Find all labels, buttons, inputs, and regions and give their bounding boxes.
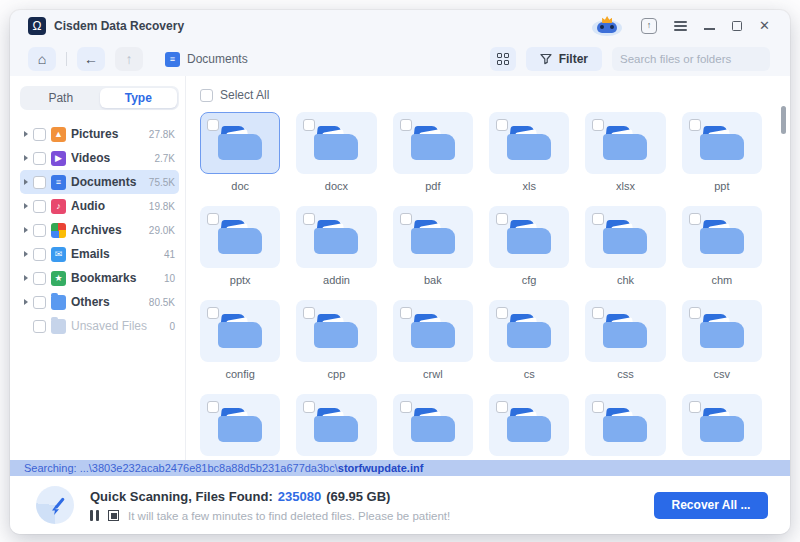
sidebar-item-checkbox[interactable] (33, 128, 46, 141)
sidebar-item[interactable]: ♪ Audio 19.8K (20, 194, 179, 218)
tab-path[interactable]: Path (22, 88, 100, 108)
folder-tile[interactable]: pdf (393, 112, 473, 194)
searching-path: Searching: ...\3803e232acab2476e81bc8a88… (24, 462, 338, 474)
sidebar-item[interactable]: Others 80.5K (20, 290, 179, 314)
documents-breadcrumb-icon: ≡ (165, 52, 180, 67)
documents-icon: ≡ (51, 175, 66, 190)
breadcrumb-label: Documents (187, 52, 248, 66)
sidebar-item-checkbox[interactable] (33, 176, 46, 189)
folder-tile[interactable]: cfg (489, 206, 569, 288)
folder-tile[interactable] (296, 394, 376, 460)
upgrade-icon[interactable] (590, 14, 624, 38)
folder-tile[interactable]: cpp (296, 300, 376, 382)
pictures-icon: ▲ (51, 127, 66, 142)
stop-button[interactable] (108, 510, 119, 521)
sidebar-item-count: 10 (164, 273, 175, 284)
folder-icon (507, 126, 551, 160)
folder-tile[interactable]: css (585, 300, 665, 382)
filter-button[interactable]: Filter (526, 47, 602, 71)
sidebar-item-count: 2.7K (154, 153, 175, 164)
sidebar-item-label: Emails (71, 247, 159, 261)
sidebar-item[interactable]: ≡ Documents 75.5K (20, 170, 179, 194)
folder-tile[interactable]: doc (200, 112, 280, 194)
sidebar-item-checkbox[interactable] (33, 320, 46, 333)
expand-arrow-icon[interactable] (24, 155, 28, 161)
folder-tile[interactable] (393, 394, 473, 460)
expand-arrow-icon[interactable] (24, 251, 28, 257)
main-panel: Select All doc docx pdf (186, 76, 790, 460)
folder-tile[interactable]: chm (682, 206, 762, 288)
recover-all-button[interactable]: Recover All ... (654, 492, 768, 519)
expand-arrow-icon[interactable] (24, 203, 28, 209)
folder-tile[interactable]: xlsx (585, 112, 665, 194)
close-button[interactable]: ✕ (759, 19, 770, 33)
share-button[interactable] (641, 18, 657, 34)
folder-tile[interactable]: config (200, 300, 280, 382)
folder-tile[interactable]: ppt (682, 112, 762, 194)
folder-tile[interactable]: pptx (200, 206, 280, 288)
folder-icon (218, 408, 262, 442)
folder-icon (603, 408, 647, 442)
sidebar-item-count: 75.5K (149, 177, 175, 188)
minimize-button[interactable] (704, 22, 715, 30)
sidebar: Path Type ▲ Pictures 27.8K ▶ Videos 2.7K… (10, 76, 186, 460)
scrollbar-thumb[interactable] (781, 106, 786, 134)
sidebar-item-checkbox[interactable] (33, 296, 46, 309)
folder-tile[interactable]: docx (296, 112, 376, 194)
menu-button[interactable] (674, 21, 687, 31)
sidebar-item-label: Unsaved Files (71, 319, 164, 333)
sidebar-item[interactable]: ▲ Pictures 27.8K (20, 122, 179, 146)
sidebar-item-checkbox[interactable] (33, 200, 46, 213)
sidebar-item[interactable]: ▶ Videos 2.7K (20, 146, 179, 170)
sidebar-item-checkbox[interactable] (33, 272, 46, 285)
folder-icon (700, 220, 744, 254)
expand-arrow-icon[interactable] (24, 275, 28, 281)
folder-icon (603, 220, 647, 254)
tab-type[interactable]: Type (100, 88, 178, 108)
folder-tile-label: cpp (296, 368, 376, 382)
home-button[interactable]: ⌂ (28, 47, 56, 71)
search-box[interactable] (612, 47, 770, 71)
folder-tile[interactable] (585, 394, 665, 460)
expand-arrow-icon[interactable] (24, 179, 28, 185)
folder-icon (411, 220, 455, 254)
sidebar-tabs: Path Type (20, 86, 179, 110)
folder-tile[interactable] (200, 394, 280, 460)
scan-progress-icon (36, 486, 74, 524)
scan-needle (54, 497, 64, 509)
sidebar-item[interactable]: ★ Bookmarks 10 (20, 266, 179, 290)
maximize-button[interactable] (732, 21, 742, 31)
search-input[interactable] (620, 53, 774, 65)
home-icon: ⌂ (38, 51, 46, 67)
sidebar-item-checkbox[interactable] (33, 224, 46, 237)
scan-size: (69.95 GB) (326, 489, 390, 504)
folder-tile[interactable]: cs (489, 300, 569, 382)
expand-arrow-icon[interactable] (24, 299, 28, 305)
folder-tile[interactable] (489, 394, 569, 460)
folder-icon (411, 126, 455, 160)
back-button[interactable]: ← (77, 47, 105, 71)
expand-arrow-icon[interactable] (24, 131, 28, 137)
sidebar-item[interactable]: Unsaved Files 0 (20, 314, 179, 338)
sidebar-item-checkbox[interactable] (33, 248, 46, 261)
expand-arrow-icon[interactable] (24, 227, 28, 233)
sidebar-item[interactable]: Archives 29.0K (20, 218, 179, 242)
app-window: Ω Cisdem Data Recovery ✕ ⌂ ← ↑ ≡ Documen… (10, 10, 790, 534)
sidebar-item-checkbox[interactable] (33, 152, 46, 165)
sidebar-item[interactable]: ✉ Emails 41 (20, 242, 179, 266)
select-all-checkbox[interactable] (200, 89, 213, 102)
folder-icon (700, 408, 744, 442)
folder-tile[interactable] (682, 394, 762, 460)
audio-icon: ♪ (51, 199, 66, 214)
folder-tile[interactable]: crwl (393, 300, 473, 382)
folder-tile[interactable]: chk (585, 206, 665, 288)
up-button[interactable]: ↑ (115, 47, 143, 71)
folder-tile[interactable]: bak (393, 206, 473, 288)
folder-tile[interactable]: xls (489, 112, 569, 194)
bookmarks-icon: ★ (51, 271, 66, 286)
pause-button[interactable] (90, 510, 99, 521)
folder-tile[interactable]: addin (296, 206, 376, 288)
grid-view-button[interactable] (490, 47, 516, 71)
folder-icon (507, 408, 551, 442)
folder-tile[interactable]: csv (682, 300, 762, 382)
